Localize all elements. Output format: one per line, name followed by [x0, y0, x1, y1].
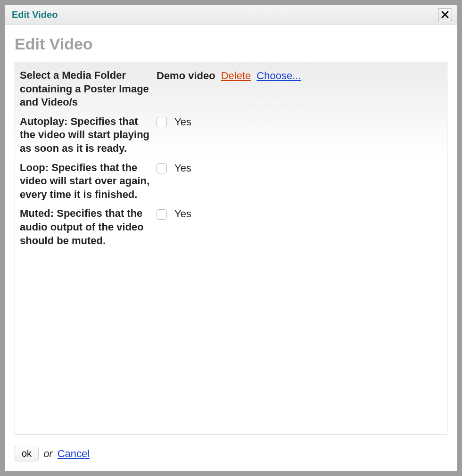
loop-label: Loop: Specifies that the video will star… — [20, 161, 157, 202]
or-text: or — [43, 448, 53, 460]
cancel-link[interactable]: Cancel — [58, 448, 90, 460]
media-folder-row: Select a Media Folder containing a Poste… — [20, 66, 442, 112]
muted-option-label: Yes — [174, 207, 191, 222]
close-button[interactable] — [438, 8, 452, 21]
delete-link[interactable]: Delete — [221, 69, 251, 83]
autoplay-option-label: Yes — [174, 115, 191, 130]
muted-label: Muted: Specifies that the audio output o… — [20, 207, 157, 247]
loop-option-label: Yes — [174, 161, 191, 176]
media-folder-label: Select a Media Folder containing a Poste… — [20, 69, 157, 109]
dialog-titlebar: Edit Video — [5, 5, 457, 25]
close-icon — [441, 11, 449, 18]
edit-video-dialog: Edit Video Edit Video Select a Media Fol… — [5, 5, 457, 471]
muted-checkbox[interactable] — [157, 209, 167, 220]
page-heading: Edit Video — [15, 35, 447, 53]
media-folder-value: Demo video — [157, 69, 215, 83]
form-panel: Select a Media Folder containing a Poste… — [15, 62, 447, 435]
choose-link[interactable]: Choose... — [256, 69, 301, 83]
ok-button[interactable]: ok — [15, 446, 39, 461]
dialog-title: Edit Video — [12, 9, 58, 20]
dialog-actions: ok or Cancel — [15, 435, 447, 461]
autoplay-label: Autoplay: Specifies that the video will … — [20, 115, 157, 156]
loop-checkbox[interactable] — [157, 163, 167, 173]
muted-row: Muted: Specifies that the audio output o… — [20, 204, 442, 250]
autoplay-checkbox[interactable] — [157, 117, 167, 127]
autoplay-row: Autoplay: Specifies that the video will … — [20, 112, 442, 158]
loop-row: Loop: Specifies that the video will star… — [20, 158, 442, 205]
